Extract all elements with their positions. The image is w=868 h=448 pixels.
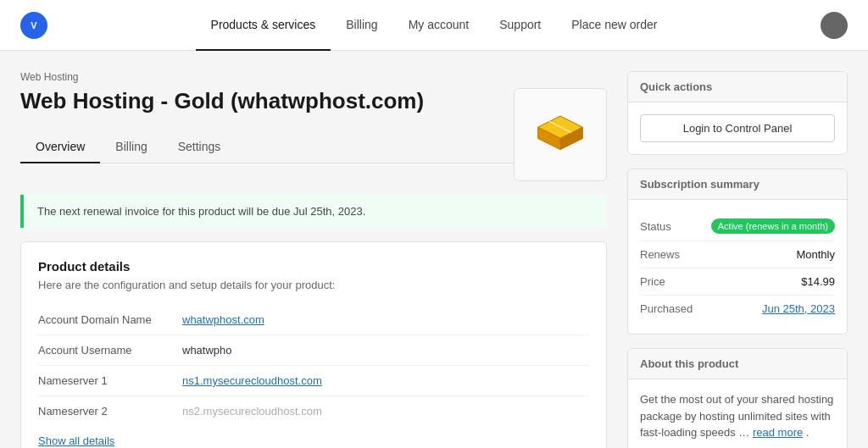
product-icon-container [514,88,607,181]
subscription-summary-title: Subscription summary [628,169,847,200]
content-wrapper: Web Hosting Web Hosting - Gold (whatwpho… [0,51,868,448]
detail-value-username: whatwpho [182,344,232,357]
nav-place-new-order[interactable]: Place new order [556,0,672,51]
read-more-link[interactable]: read more [753,426,803,439]
tab-settings[interactable]: Settings [163,131,236,163]
sub-value-renews: Monthly [796,248,835,261]
sub-label-price: Price [640,275,665,288]
quick-actions-title: Quick actions [628,72,847,102]
detail-label-username: Account Username [38,344,182,357]
login-control-panel-button[interactable]: Login to Control Panel [640,114,835,142]
product-details-subtitle: Here are the configuration and setup det… [38,279,589,291]
sidebar: Quick actions Login to Control Panel Sub… [627,71,848,448]
detail-value-domain[interactable]: whatwphost.com [182,313,264,326]
status-badge: Active (renews in a month) [711,218,835,234]
detail-label-domain: Account Domain Name [38,313,182,326]
sub-row-renews: Renews Monthly [640,241,835,268]
show-all-details-link[interactable]: Show all details [38,434,114,447]
product-icon [531,105,590,164]
sub-row-price: Price $14.99 [640,268,835,296]
header-right [821,12,848,39]
about-product-text: Get the most out of your shared hosting … [640,391,835,441]
nav-billing[interactable]: Billing [331,0,392,51]
nav-products-services[interactable]: Products & services [196,0,331,51]
about-product-section: About this product Get the most out of y… [627,348,848,448]
avatar[interactable] [821,12,848,39]
sub-label-renews: Renews [640,248,680,261]
nav-support[interactable]: Support [484,0,556,51]
logo: V [20,12,47,39]
sub-row-purchased: Purchased Jun 25th, 2023 [640,296,835,322]
main-content: Web Hosting Web Hosting - Gold (whatwpho… [20,71,607,448]
sub-value-price: $14.99 [801,275,835,288]
about-product-title: About this product [628,349,847,379]
sub-label-status: Status [640,220,671,233]
title-area: Web Hosting - Gold (whatwphost.com) Over… [20,88,607,181]
sub-value-purchased[interactable]: Jun 25th, 2023 [762,302,835,315]
quick-actions-section: Quick actions Login to Control Panel [627,71,848,155]
renewal-banner: The next renewal invoice for this produc… [20,195,607,228]
detail-row-domain: Account Domain Name whatwphost.com [38,305,589,335]
detail-label-ns1: Nameserver 1 [38,374,182,387]
logo-icon: V [20,12,47,39]
title-block: Web Hosting - Gold (whatwphost.com) Over… [20,88,514,163]
product-details-card: Product details Here are the configurati… [20,241,607,448]
header: V Products & services Billing My account… [0,0,868,51]
detail-label-ns2: Nameserver 2 [38,405,182,418]
detail-value-ns1[interactable]: ns1.mysecurecloudhost.com [182,374,322,387]
detail-value-ns2: ns2.mysecurecloudhost.com [182,405,322,418]
detail-row-ns2: Nameserver 2 ns2.mysecurecloudhost.com [38,396,589,426]
product-details-title: Product details [38,259,589,274]
about-product-content: Get the most out of your shared hosting … [628,379,847,448]
tab-billing[interactable]: Billing [100,131,162,163]
subscription-summary-section: Subscription summary Status Active (rene… [627,169,848,335]
main-nav: Products & services Billing My account S… [196,0,673,51]
quick-actions-content: Login to Control Panel [628,102,847,154]
page-title: Web Hosting - Gold (whatwphost.com) [20,88,514,114]
subscription-summary-content: Status Active (renews in a month) Renews… [628,200,847,334]
sub-label-purchased: Purchased [640,302,693,315]
tabs: Overview Billing Settings [20,131,514,163]
sub-row-status: Status Active (renews in a month) [640,212,835,241]
nav-my-account[interactable]: My account [393,0,485,51]
breadcrumb: Web Hosting [20,71,607,83]
svg-text:V: V [31,20,37,30]
detail-row-ns1: Nameserver 1 ns1.mysecurecloudhost.com [38,366,589,396]
tab-overview[interactable]: Overview [20,131,100,163]
detail-row-username: Account Username whatwpho [38,335,589,366]
